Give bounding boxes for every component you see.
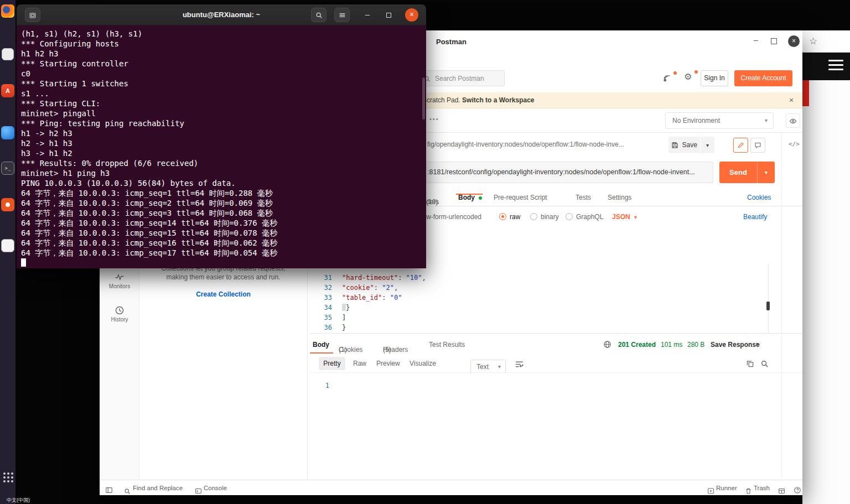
terminal-minimize-button[interactable]: – [361, 8, 374, 22]
dock-ubuntu-icon[interactable] [1, 198, 14, 211]
radio-graphql[interactable] [566, 213, 573, 220]
search-input[interactable]: Search Postman [418, 70, 505, 86]
response-tab-body[interactable]: Body [313, 341, 329, 349]
dock-chat-icon[interactable] [1, 126, 14, 139]
maximize-button[interactable] [771, 38, 777, 44]
language-value: Text [476, 363, 489, 371]
response-body-panel[interactable]: 1 [310, 373, 802, 480]
copy-icon[interactable] [746, 360, 754, 368]
terminal-line: *** Starting CLI: [21, 98, 426, 108]
switch-workspace-link[interactable]: Switch to a Workspace [462, 96, 534, 104]
bodytype-raw[interactable]: raw [510, 213, 520, 221]
view-pretty[interactable]: Pretty [319, 357, 345, 370]
help-icon[interactable] [794, 484, 801, 500]
editor-line[interactable]: 32"cookie": "2", [310, 283, 772, 293]
send-button[interactable]: Send [719, 162, 757, 183]
save-button[interactable]: Save [668, 137, 700, 153]
format-selector[interactable]: JSON [612, 213, 630, 221]
radio-raw[interactable] [499, 213, 506, 220]
beautify-link[interactable]: Beautify [743, 213, 767, 221]
minimize-button[interactable]: – [750, 35, 761, 46]
send-dropdown-button[interactable]: ▾ [757, 162, 775, 183]
comment-button[interactable] [750, 138, 765, 153]
create-collection-link[interactable]: Create Collection [139, 290, 307, 298]
terminal-line: h1 -> h2 h3 [21, 128, 426, 138]
settings-gear-icon[interactable]: ⚙ [684, 71, 696, 84]
save-response-button[interactable]: Save Response [711, 341, 760, 349]
terminal-line: *** Starting controller [21, 59, 426, 69]
trash-button[interactable]: Trash [754, 480, 770, 496]
response-size: 280 B [687, 341, 704, 349]
terminal-line: (h1, s1) (h2, s1) (h3, s1) [21, 29, 426, 39]
ime-indicator[interactable]: 中文(中国) [7, 497, 30, 504]
search-placeholder: Search Postman [435, 75, 484, 82]
find-and-replace-button[interactable]: Find and Replace [133, 480, 183, 496]
editor-line[interactable]: 34 } [310, 303, 772, 313]
save-response-chevron-icon[interactable]: ▾ [756, 341, 759, 347]
edit-request-button[interactable] [733, 138, 748, 153]
bookmark-star-icon[interactable]: ☆ [809, 35, 817, 47]
search-response-icon[interactable] [760, 360, 769, 368]
sidebar-item-history[interactable]: History [100, 316, 139, 323]
sidebar-toggle-icon[interactable] [105, 484, 113, 500]
dock-files-icon[interactable] [2, 48, 14, 60]
capture-requests-icon[interactable] [663, 72, 675, 85]
banner-text: Scratch Pad. [422, 96, 460, 104]
tab-settings[interactable]: Settings [608, 194, 631, 201]
terminal-window-icon[interactable] [25, 8, 40, 22]
radio-binary[interactable] [530, 213, 537, 220]
editor-scrollbar-thumb[interactable] [766, 302, 770, 310]
bodytype-binary[interactable]: binary [541, 213, 559, 221]
notification-dot [694, 70, 698, 74]
view-raw[interactable]: Raw [353, 360, 366, 367]
background-window: ☆ [802, 30, 850, 504]
close-button[interactable]: × [788, 35, 800, 47]
panes-icon[interactable] [778, 485, 785, 500]
history-clock-icon[interactable] [115, 305, 125, 315]
response-language-selector[interactable]: Text ▾ [470, 360, 506, 373]
bodytype-urlencoded[interactable]: w-form-urlencoded [426, 213, 481, 221]
terminal-titlebar[interactable]: ubuntu@ERXiaomai: ~ – × [17, 4, 426, 25]
editor-line[interactable]: 35] [310, 313, 772, 323]
editor-scrollbar-track[interactable] [768, 264, 769, 333]
tab-prerequest-script[interactable]: Pre-request Script [494, 194, 547, 201]
editor-line[interactable]: 31"hard-timeout": "10", [310, 273, 772, 283]
editor-line[interactable]: 33"table_id": "0" [310, 293, 772, 303]
save-dropdown-button[interactable]: ▾ [701, 137, 714, 153]
monitors-icon[interactable] [115, 272, 125, 282]
dock-app-icon[interactable] [1, 239, 14, 252]
terminal-close-button[interactable]: × [405, 8, 418, 22]
dock-office-icon[interactable]: A [1, 84, 14, 97]
terminal-maximize-button[interactable] [382, 8, 395, 22]
sign-in-button[interactable]: Sign In [701, 70, 728, 86]
terminal-menu-icon[interactable] [334, 8, 350, 22]
terminal-scrollbar-thumb[interactable] [422, 77, 425, 119]
environment-quicklook-button[interactable] [786, 113, 800, 128]
runner-button[interactable]: Runner [716, 480, 737, 496]
editor-line[interactable]: 36} [310, 323, 772, 332]
terminal-output[interactable]: (h1, s1) (h2, s1) (h3, s1)*** Configurin… [17, 25, 426, 268]
network-globe-icon[interactable] [603, 340, 611, 349]
response-tab-test-results[interactable]: Test Results [429, 341, 465, 349]
code-text: } [342, 323, 346, 332]
view-visualize[interactable]: Visualize [410, 360, 436, 367]
dock-firefox-icon[interactable] [1, 4, 14, 18]
tabs-overflow-icon[interactable]: ••• [429, 116, 439, 122]
banner-close-icon[interactable]: × [789, 96, 794, 105]
terminal-search-icon[interactable] [311, 8, 326, 22]
code-snippet-icon[interactable]: </> [789, 141, 800, 148]
create-account-button[interactable]: Create Account [734, 70, 792, 86]
tab-tests[interactable]: Tests [576, 194, 591, 201]
cookies-link[interactable]: Cookies [747, 194, 771, 201]
line-number: 33 [310, 293, 332, 303]
bodytype-graphql[interactable]: GraphQL [576, 213, 603, 221]
show-applications-icon[interactable] [3, 472, 6, 475]
sidebar-item-monitors[interactable]: Monitors [100, 283, 139, 289]
wrap-text-icon[interactable] [515, 360, 524, 369]
environment-selector[interactable]: No Environment ▾ [665, 112, 774, 129]
format-chevron-icon[interactable]: ▾ [634, 214, 637, 220]
console-button[interactable]: Console [204, 480, 227, 496]
dock-terminal-icon[interactable]: >_ [1, 162, 14, 175]
tab-body[interactable]: Body [458, 194, 475, 201]
view-preview[interactable]: Preview [376, 360, 400, 367]
